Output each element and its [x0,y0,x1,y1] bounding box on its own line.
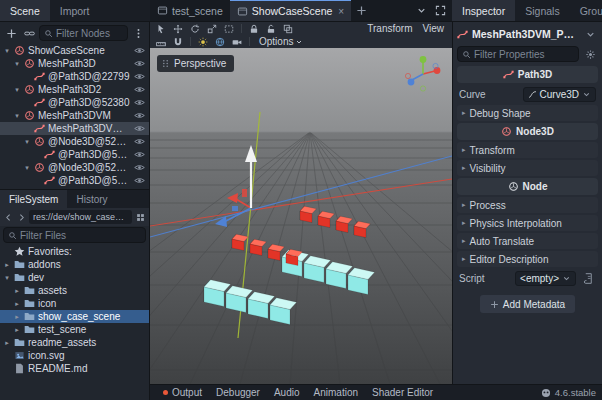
viewport-canvas[interactable]: Perspective [150,48,452,384]
filter-properties-input[interactable]: Filter Properties [457,46,579,62]
environment-button[interactable] [213,36,227,48]
bottom-panel-output[interactable]: Output [156,387,209,398]
ruler-button[interactable] [154,36,168,48]
fs-item-assets[interactable]: ▸assets [0,284,149,297]
fs-item-test-scene[interactable]: ▸test_scene [0,323,149,336]
script-button[interactable] [580,270,596,286]
collapse-caret[interactable]: ▸ [13,300,21,308]
fs-item-readme-md[interactable]: README.md [0,362,149,375]
menu-options[interactable]: Options [255,36,307,47]
bottom-panel-audio[interactable]: Audio [267,387,307,398]
visibility-toggle[interactable] [133,71,146,83]
fs-dock-tab-history[interactable]: History [67,190,116,208]
inspector-node-menu-button[interactable] [582,26,598,42]
rotate-button[interactable] [188,23,202,35]
dock-tab-scene[interactable]: Scene [0,0,50,21]
bottom-panel-shader-editor[interactable]: Shader Editor [365,387,440,398]
collapse-caret[interactable]: ▸ [3,261,11,269]
scene-tab-test-scene[interactable]: test_scene [150,0,230,21]
move-button[interactable] [171,23,185,35]
scene-node-meshpath3dvm[interactable]: ▾MeshPath3DVM [0,109,149,122]
camera-button[interactable] [230,36,244,48]
snap-button[interactable] [171,36,185,48]
collapse-caret[interactable]: ▸ [13,287,21,295]
fs-dock-tab-filesystem[interactable]: FileSystem [0,190,67,208]
dock-tab-inspector[interactable]: Inspector [452,0,515,21]
collapse-caret[interactable]: ▾ [13,86,21,94]
bottom-panel-debugger[interactable]: Debugger [209,387,267,398]
new-scene-tab-button[interactable] [351,0,372,21]
close-icon[interactable]: × [338,6,344,17]
scene-node-meshpath3dvm-path[interactable]: MeshPath3DVM_Path [0,122,149,135]
scene-node-meshpath3d2[interactable]: ▾MeshPath3D2 [0,83,149,96]
scene-node-path3d-52380[interactable]: @Path3D@52380 [0,96,149,109]
collapse-caret[interactable]: ▾ [13,60,21,68]
group-button[interactable] [281,23,295,35]
visibility-toggle[interactable] [133,97,146,109]
fs-item-addons[interactable]: ▸addons [0,258,149,271]
perspective-menu[interactable]: Perspective [157,55,234,72]
fs-item-dev[interactable]: ▾dev [0,271,149,284]
fs-item-favorites[interactable]: Favorites: [0,245,149,258]
dock-tab-groups[interactable]: Groups [570,0,602,21]
section-process[interactable]: ▸Process [457,197,598,213]
visibility-toggle[interactable] [133,110,146,122]
collapse-caret[interactable]: ▾ [3,274,11,282]
section-physics-interpolation[interactable]: ▸Physics Interpolation [457,215,598,231]
dock-tab-signals[interactable]: Signals [515,0,569,21]
visibility-toggle[interactable] [133,162,146,174]
scene-node-path3d-52393[interactable]: @Path3D@52393 [0,174,149,187]
lock-button[interactable] [247,23,261,35]
section-debug-shape[interactable]: ▸Debug Shape [457,105,598,121]
section-auto-translate[interactable]: ▸Auto Translate [457,233,598,249]
scene-dock-menu-button[interactable] [130,25,146,41]
fs-item-icon-svg[interactable]: icon.svg [0,349,149,362]
scene-node-meshpath3d[interactable]: ▾MeshPath3D [0,57,149,70]
collapse-caret[interactable]: ▾ [13,112,21,120]
visibility-toggle[interactable] [133,175,146,187]
scene-tab-showcasescene[interactable]: ShowCaseScene× [230,0,351,21]
sun-button[interactable] [196,36,210,48]
section-editor-description[interactable]: ▸Editor Description [457,251,598,267]
fs-item-readme-assets[interactable]: ▸readme_assets [0,336,149,349]
add-metadata-button[interactable]: Add Metadata [480,295,575,313]
current-path[interactable]: res://dev/show_case_scene [29,210,132,224]
property-value[interactable]: Curve3D [523,87,596,102]
scene-node-path3d-22799[interactable]: @Path3D@22799 [0,70,149,83]
dock-tab-import[interactable]: Import [50,0,100,21]
bottom-panel-animation[interactable]: Animation [307,387,365,398]
rect-select-button[interactable] [222,23,236,35]
collapse-caret[interactable]: ▸ [13,313,21,321]
scene-node-node3d-52392[interactable]: ▾@Node3D@52392 [0,161,149,174]
distraction-free-button[interactable] [432,3,448,19]
collapse-caret[interactable]: ▾ [23,164,31,172]
menu-view[interactable]: View [419,23,449,34]
scale-button[interactable] [205,23,219,35]
3d-scene[interactable] [150,48,452,384]
section-visibility[interactable]: ▸Visibility [457,160,598,176]
add-node-button[interactable] [3,25,19,41]
fs-item-show-case-scene[interactable]: ▸show_case_scene [0,310,149,323]
visibility-toggle[interactable] [133,123,146,135]
section-transform[interactable]: ▸Transform [457,142,598,158]
nav-forward-button[interactable] [16,209,27,225]
collapse-caret[interactable]: ▾ [3,47,11,55]
scene-node-node3d-52389[interactable]: ▾@Node3D@52389 [0,135,149,148]
category-path3d[interactable]: Path3D [457,66,598,83]
inspector-tools-button[interactable] [582,46,598,62]
menu-transform[interactable]: Transform [363,23,416,34]
category-node[interactable]: Node [457,178,598,195]
category-node3d[interactable]: Node3D [457,123,598,140]
visibility-toggle[interactable] [133,149,146,161]
collapse-caret[interactable]: ▸ [3,339,11,347]
tab-list-button[interactable] [413,3,429,19]
collapse-caret[interactable]: ▸ [13,326,21,334]
select-button[interactable] [154,23,168,35]
toggle-split-mode-button[interactable] [134,209,146,225]
filter-nodes-input[interactable]: Filter Nodes [39,25,128,41]
visibility-toggle[interactable] [133,45,146,57]
filter-files-input[interactable]: Filter Files [3,227,146,243]
instantiate-scene-button[interactable] [21,25,37,41]
nav-back-button[interactable] [3,209,14,225]
unlock-button[interactable] [264,23,278,35]
